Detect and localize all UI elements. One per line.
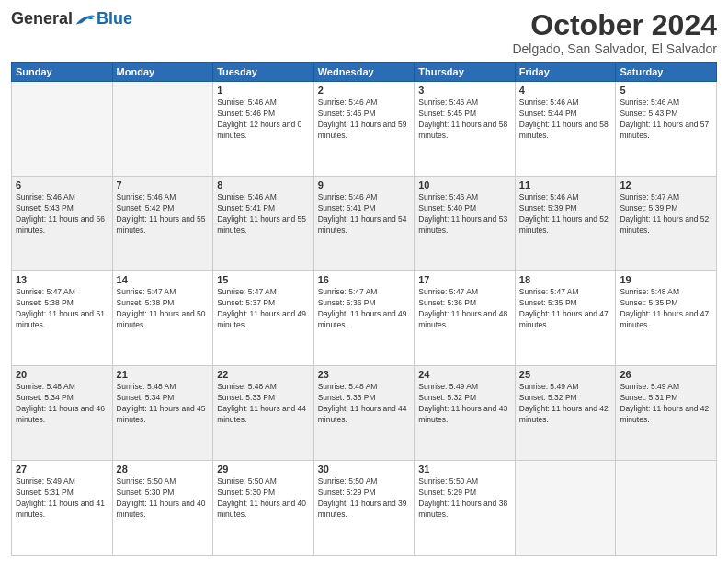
- day-number: 10: [418, 179, 511, 190]
- day-number: 22: [217, 369, 310, 380]
- day-number: 7: [117, 179, 210, 190]
- day-number: 29: [217, 464, 310, 475]
- calendar-cell-4-6: [616, 461, 717, 556]
- day-number: 30: [318, 464, 411, 475]
- day-info: Sunrise: 5:46 AM Sunset: 5:44 PM Dayligh…: [519, 98, 612, 142]
- day-number: 9: [318, 179, 411, 190]
- calendar-cell-4-3: 30Sunrise: 5:50 AM Sunset: 5:29 PM Dayli…: [313, 461, 415, 556]
- day-number: 4: [519, 85, 612, 96]
- day-number: 18: [519, 274, 612, 285]
- day-info: Sunrise: 5:46 AM Sunset: 5:46 PM Dayligh…: [217, 98, 310, 142]
- day-number: 14: [117, 274, 210, 285]
- calendar-cell-1-1: 7Sunrise: 5:46 AM Sunset: 5:42 PM Daylig…: [112, 177, 213, 271]
- day-info: Sunrise: 5:50 AM Sunset: 5:29 PM Dayligh…: [418, 477, 511, 521]
- logo-blue-text: Blue: [97, 9, 132, 29]
- day-info: Sunrise: 5:46 AM Sunset: 5:39 PM Dayligh…: [519, 192, 612, 236]
- weekday-header-row: Sunday Monday Tuesday Wednesday Thursday…: [12, 63, 717, 82]
- calendar-cell-1-5: 11Sunrise: 5:46 AM Sunset: 5:39 PM Dayli…: [515, 177, 616, 271]
- day-info: Sunrise: 5:46 AM Sunset: 5:45 PM Dayligh…: [418, 98, 511, 142]
- day-number: 31: [418, 464, 511, 475]
- calendar-cell-2-1: 14Sunrise: 5:47 AM Sunset: 5:38 PM Dayli…: [112, 271, 213, 366]
- day-number: 27: [16, 464, 108, 475]
- header-friday: Friday: [515, 63, 616, 82]
- day-info: Sunrise: 5:49 AM Sunset: 5:31 PM Dayligh…: [620, 382, 712, 426]
- calendar-cell-3-3: 23Sunrise: 5:48 AM Sunset: 5:33 PM Dayli…: [313, 366, 415, 461]
- calendar-cell-3-2: 22Sunrise: 5:48 AM Sunset: 5:33 PM Dayli…: [213, 366, 314, 461]
- header-wednesday: Wednesday: [313, 63, 415, 82]
- day-number: 16: [318, 274, 411, 285]
- calendar-cell-0-3: 2Sunrise: 5:46 AM Sunset: 5:45 PM Daylig…: [313, 82, 415, 177]
- day-number: 3: [418, 85, 511, 96]
- day-number: 19: [620, 274, 712, 285]
- calendar-cell-1-0: 6Sunrise: 5:46 AM Sunset: 5:43 PM Daylig…: [12, 177, 113, 271]
- calendar-cell-2-2: 15Sunrise: 5:47 AM Sunset: 5:37 PM Dayli…: [213, 271, 314, 366]
- calendar-cell-1-2: 8Sunrise: 5:46 AM Sunset: 5:41 PM Daylig…: [213, 177, 314, 271]
- day-info: Sunrise: 5:46 AM Sunset: 5:43 PM Dayligh…: [16, 192, 108, 236]
- day-info: Sunrise: 5:50 AM Sunset: 5:30 PM Dayligh…: [117, 477, 210, 521]
- day-number: 23: [318, 369, 411, 380]
- day-number: 26: [620, 369, 712, 380]
- calendar-cell-2-5: 18Sunrise: 5:47 AM Sunset: 5:35 PM Dayli…: [515, 271, 616, 366]
- header-monday: Monday: [112, 63, 213, 82]
- day-number: 28: [117, 464, 210, 475]
- calendar-cell-4-4: 31Sunrise: 5:50 AM Sunset: 5:29 PM Dayli…: [415, 461, 516, 556]
- day-info: Sunrise: 5:47 AM Sunset: 5:35 PM Dayligh…: [519, 287, 612, 331]
- day-number: 11: [519, 179, 612, 190]
- header-saturday: Saturday: [616, 63, 717, 82]
- day-number: 21: [117, 369, 210, 380]
- day-info: Sunrise: 5:46 AM Sunset: 5:40 PM Dayligh…: [418, 192, 511, 236]
- calendar-week-row-4: 27Sunrise: 5:49 AM Sunset: 5:31 PM Dayli…: [12, 461, 717, 556]
- header-sunday: Sunday: [12, 63, 113, 82]
- calendar-cell-2-3: 16Sunrise: 5:47 AM Sunset: 5:36 PM Dayli…: [313, 271, 415, 366]
- day-info: Sunrise: 5:48 AM Sunset: 5:35 PM Dayligh…: [620, 287, 712, 331]
- logo-general-text: General: [11, 9, 73, 29]
- header: General Blue October 2024 Delgado, San S…: [11, 9, 717, 56]
- day-info: Sunrise: 5:48 AM Sunset: 5:33 PM Dayligh…: [318, 382, 411, 426]
- calendar-week-row-3: 20Sunrise: 5:48 AM Sunset: 5:34 PM Dayli…: [12, 366, 717, 461]
- calendar-cell-2-6: 19Sunrise: 5:48 AM Sunset: 5:35 PM Dayli…: [616, 271, 717, 366]
- calendar-cell-1-4: 10Sunrise: 5:46 AM Sunset: 5:40 PM Dayli…: [415, 177, 516, 271]
- day-info: Sunrise: 5:48 AM Sunset: 5:34 PM Dayligh…: [16, 382, 108, 426]
- day-number: 24: [418, 369, 511, 380]
- calendar-cell-3-1: 21Sunrise: 5:48 AM Sunset: 5:34 PM Dayli…: [112, 366, 213, 461]
- calendar-cell-4-5: [515, 461, 616, 556]
- logo-bird-icon: [74, 10, 97, 29]
- day-number: 20: [16, 369, 108, 380]
- day-number: 5: [620, 85, 712, 96]
- day-info: Sunrise: 5:49 AM Sunset: 5:32 PM Dayligh…: [418, 382, 511, 426]
- day-info: Sunrise: 5:46 AM Sunset: 5:43 PM Dayligh…: [620, 98, 712, 142]
- day-info: Sunrise: 5:49 AM Sunset: 5:31 PM Dayligh…: [16, 477, 108, 521]
- day-info: Sunrise: 5:47 AM Sunset: 5:39 PM Dayligh…: [620, 192, 712, 236]
- day-info: Sunrise: 5:49 AM Sunset: 5:32 PM Dayligh…: [519, 382, 612, 426]
- day-number: 8: [217, 179, 310, 190]
- calendar-cell-0-1: [112, 82, 213, 177]
- day-number: 12: [620, 179, 712, 190]
- day-number: 15: [217, 274, 310, 285]
- calendar-cell-1-6: 12Sunrise: 5:47 AM Sunset: 5:39 PM Dayli…: [616, 177, 717, 271]
- month-title: October 2024: [512, 9, 717, 41]
- day-info: Sunrise: 5:47 AM Sunset: 5:36 PM Dayligh…: [318, 287, 411, 331]
- calendar-table: Sunday Monday Tuesday Wednesday Thursday…: [11, 62, 717, 556]
- calendar-week-row-2: 13Sunrise: 5:47 AM Sunset: 5:38 PM Dayli…: [12, 271, 717, 366]
- calendar-week-row-0: 1Sunrise: 5:46 AM Sunset: 5:46 PM Daylig…: [12, 82, 717, 177]
- title-section: October 2024 Delgado, San Salvador, El S…: [512, 9, 717, 56]
- calendar-cell-3-4: 24Sunrise: 5:49 AM Sunset: 5:32 PM Dayli…: [415, 366, 516, 461]
- calendar-cell-0-6: 5Sunrise: 5:46 AM Sunset: 5:43 PM Daylig…: [616, 82, 717, 177]
- calendar-cell-4-0: 27Sunrise: 5:49 AM Sunset: 5:31 PM Dayli…: [12, 461, 113, 556]
- calendar-cell-0-4: 3Sunrise: 5:46 AM Sunset: 5:45 PM Daylig…: [415, 82, 516, 177]
- day-number: 25: [519, 369, 612, 380]
- day-info: Sunrise: 5:47 AM Sunset: 5:37 PM Dayligh…: [217, 287, 310, 331]
- calendar-cell-4-2: 29Sunrise: 5:50 AM Sunset: 5:30 PM Dayli…: [213, 461, 314, 556]
- day-info: Sunrise: 5:46 AM Sunset: 5:45 PM Dayligh…: [318, 98, 411, 142]
- calendar-cell-3-5: 25Sunrise: 5:49 AM Sunset: 5:32 PM Dayli…: [515, 366, 616, 461]
- header-thursday: Thursday: [415, 63, 516, 82]
- day-info: Sunrise: 5:47 AM Sunset: 5:38 PM Dayligh…: [117, 287, 210, 331]
- calendar-cell-0-2: 1Sunrise: 5:46 AM Sunset: 5:46 PM Daylig…: [213, 82, 314, 177]
- calendar-cell-0-0: [12, 82, 113, 177]
- calendar-cell-3-6: 26Sunrise: 5:49 AM Sunset: 5:31 PM Dayli…: [616, 366, 717, 461]
- calendar-cell-4-1: 28Sunrise: 5:50 AM Sunset: 5:30 PM Dayli…: [112, 461, 213, 556]
- day-info: Sunrise: 5:50 AM Sunset: 5:29 PM Dayligh…: [318, 477, 411, 521]
- calendar-cell-2-4: 17Sunrise: 5:47 AM Sunset: 5:36 PM Dayli…: [415, 271, 516, 366]
- calendar-cell-1-3: 9Sunrise: 5:46 AM Sunset: 5:41 PM Daylig…: [313, 177, 415, 271]
- logo: General Blue: [11, 9, 132, 29]
